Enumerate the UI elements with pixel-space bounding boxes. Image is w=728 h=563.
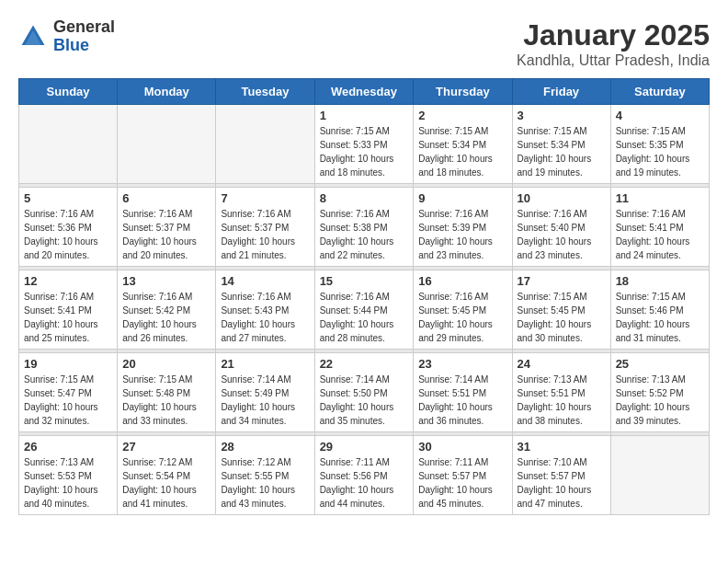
weekday-header-saturday: Saturday [610,79,709,105]
day-info: Sunrise: 7:13 AMSunset: 5:53 PMDaylight:… [24,455,112,511]
weekday-header-tuesday: Tuesday [216,79,314,105]
day-info: Sunrise: 7:10 AMSunset: 5:57 PMDaylight:… [518,455,606,511]
day-number: 2 [418,109,506,122]
calendar-cell: 7Sunrise: 7:16 AMSunset: 5:37 PMDaylight… [216,188,314,267]
calendar-cell: 10Sunrise: 7:16 AMSunset: 5:40 PMDayligh… [512,188,610,267]
calendar-week-4: 19Sunrise: 7:15 AMSunset: 5:47 PMDayligh… [19,353,710,432]
calendar-cell: 27Sunrise: 7:12 AMSunset: 5:54 PMDayligh… [118,436,216,515]
calendar-cell: 28Sunrise: 7:12 AMSunset: 5:55 PMDayligh… [216,436,314,515]
day-info: Sunrise: 7:16 AMSunset: 5:45 PMDaylight:… [418,290,506,345]
day-number: 17 [518,274,606,288]
day-number: 23 [418,357,506,371]
day-number: 29 [320,440,409,454]
day-number: 15 [320,274,409,288]
day-number: 1 [320,109,409,122]
day-info: Sunrise: 7:16 AMSunset: 5:44 PMDaylight:… [320,290,409,345]
calendar-cell: 8Sunrise: 7:16 AMSunset: 5:38 PMDaylight… [314,188,414,267]
calendar-cell: 13Sunrise: 7:16 AMSunset: 5:42 PMDayligh… [118,270,216,350]
weekday-header-sunday: Sunday [19,79,118,105]
calendar-cell: 5Sunrise: 7:16 AMSunset: 5:36 PMDaylight… [19,188,118,267]
day-info: Sunrise: 7:16 AMSunset: 5:37 PMDaylight:… [122,207,210,262]
calendar-cell: 20Sunrise: 7:15 AMSunset: 5:48 PMDayligh… [118,353,216,432]
calendar-cell: 31Sunrise: 7:10 AMSunset: 5:57 PMDayligh… [512,436,610,515]
day-info: Sunrise: 7:16 AMSunset: 5:37 PMDaylight:… [221,207,309,262]
calendar-cell: 17Sunrise: 7:15 AMSunset: 5:45 PMDayligh… [512,270,610,350]
day-number: 6 [122,191,210,205]
calendar-cell: 11Sunrise: 7:16 AMSunset: 5:41 PMDayligh… [610,188,709,267]
logo-text: General Blue [53,18,115,55]
day-info: Sunrise: 7:12 AMSunset: 5:55 PMDaylight:… [221,455,309,511]
calendar-cell: 18Sunrise: 7:15 AMSunset: 5:46 PMDayligh… [610,270,709,350]
day-info: Sunrise: 7:15 AMSunset: 5:45 PMDaylight:… [518,290,606,345]
day-number: 31 [518,440,606,454]
day-info: Sunrise: 7:13 AMSunset: 5:52 PMDaylight:… [616,373,704,428]
calendar-cell: 15Sunrise: 7:16 AMSunset: 5:44 PMDayligh… [314,270,414,350]
calendar-cell: 4Sunrise: 7:15 AMSunset: 5:35 PMDaylight… [610,105,709,184]
day-number: 30 [418,440,506,454]
day-info: Sunrise: 7:15 AMSunset: 5:48 PMDaylight:… [122,373,210,428]
weekday-header-monday: Monday [118,79,216,105]
calendar-cell: 14Sunrise: 7:16 AMSunset: 5:43 PMDayligh… [216,270,314,350]
calendar-cell: 2Sunrise: 7:15 AMSunset: 5:34 PMDaylight… [414,105,512,184]
weekday-header-friday: Friday [512,79,610,105]
title-block: January 2025 Kandhla, Uttar Pradesh, Ind… [517,18,710,69]
day-number: 12 [24,274,112,288]
calendar-cell: 26Sunrise: 7:13 AMSunset: 5:53 PMDayligh… [19,436,118,515]
calendar-cell: 22Sunrise: 7:14 AMSunset: 5:50 PMDayligh… [314,353,414,432]
calendar-cell: 16Sunrise: 7:16 AMSunset: 5:45 PMDayligh… [414,270,512,350]
day-number: 26 [24,440,112,454]
calendar-cell: 3Sunrise: 7:15 AMSunset: 5:34 PMDaylight… [512,105,610,184]
day-info: Sunrise: 7:13 AMSunset: 5:51 PMDaylight:… [518,373,606,428]
day-info: Sunrise: 7:14 AMSunset: 5:50 PMDaylight:… [320,373,409,428]
weekday-header-thursday: Thursday [414,79,512,105]
calendar-cell [19,105,118,184]
day-info: Sunrise: 7:15 AMSunset: 5:35 PMDaylight:… [616,124,704,179]
day-number: 3 [518,109,606,122]
calendar-cell: 6Sunrise: 7:16 AMSunset: 5:37 PMDaylight… [118,188,216,267]
day-info: Sunrise: 7:16 AMSunset: 5:41 PMDaylight:… [616,207,704,262]
day-number: 21 [221,357,309,371]
day-info: Sunrise: 7:16 AMSunset: 5:38 PMDaylight:… [320,207,409,262]
day-info: Sunrise: 7:12 AMSunset: 5:54 PMDaylight:… [122,455,210,511]
day-number: 24 [518,357,606,371]
day-info: Sunrise: 7:16 AMSunset: 5:43 PMDaylight:… [221,290,309,345]
calendar-cell: 25Sunrise: 7:13 AMSunset: 5:52 PMDayligh… [610,353,709,432]
logo: General Blue [18,18,115,55]
calendar-subtitle: Kandhla, Uttar Pradesh, India [517,52,710,69]
calendar-week-3: 12Sunrise: 7:16 AMSunset: 5:41 PMDayligh… [19,270,710,350]
calendar-cell: 19Sunrise: 7:15 AMSunset: 5:47 PMDayligh… [19,353,118,432]
day-info: Sunrise: 7:16 AMSunset: 5:36 PMDaylight:… [24,207,112,262]
day-number: 8 [320,191,409,205]
calendar-week-2: 5Sunrise: 7:16 AMSunset: 5:36 PMDaylight… [19,188,710,267]
calendar-cell: 9Sunrise: 7:16 AMSunset: 5:39 PMDaylight… [414,188,512,267]
calendar-cell: 21Sunrise: 7:14 AMSunset: 5:49 PMDayligh… [216,353,314,432]
day-info: Sunrise: 7:16 AMSunset: 5:39 PMDaylight:… [418,207,506,262]
day-number: 4 [616,109,704,122]
day-info: Sunrise: 7:15 AMSunset: 5:47 PMDaylight:… [24,373,112,428]
logo-icon [18,22,48,52]
calendar-cell: 23Sunrise: 7:14 AMSunset: 5:51 PMDayligh… [414,353,512,432]
day-number: 18 [616,274,704,288]
day-info: Sunrise: 7:15 AMSunset: 5:34 PMDaylight:… [518,124,606,179]
day-info: Sunrise: 7:11 AMSunset: 5:56 PMDaylight:… [320,455,409,511]
day-number: 10 [518,191,606,205]
weekday-header-row: SundayMondayTuesdayWednesdayThursdayFrid… [19,79,710,105]
day-number: 28 [221,440,309,454]
calendar-cell: 30Sunrise: 7:11 AMSunset: 5:57 PMDayligh… [414,436,512,515]
day-number: 27 [122,440,210,454]
calendar-cell: 24Sunrise: 7:13 AMSunset: 5:51 PMDayligh… [512,353,610,432]
day-info: Sunrise: 7:15 AMSunset: 5:34 PMDaylight:… [418,124,506,179]
day-number: 14 [221,274,309,288]
day-number: 25 [616,357,704,371]
day-number: 19 [24,357,112,371]
day-number: 7 [221,191,309,205]
calendar-week-5: 26Sunrise: 7:13 AMSunset: 5:53 PMDayligh… [19,436,710,515]
weekday-header-wednesday: Wednesday [314,79,414,105]
calendar-cell [610,436,709,515]
calendar-cell: 29Sunrise: 7:11 AMSunset: 5:56 PMDayligh… [314,436,414,515]
day-info: Sunrise: 7:14 AMSunset: 5:51 PMDaylight:… [418,373,506,428]
day-info: Sunrise: 7:14 AMSunset: 5:49 PMDaylight:… [221,373,309,428]
calendar-week-1: 1Sunrise: 7:15 AMSunset: 5:33 PMDaylight… [19,105,710,184]
day-number: 13 [122,274,210,288]
calendar-cell [216,105,314,184]
